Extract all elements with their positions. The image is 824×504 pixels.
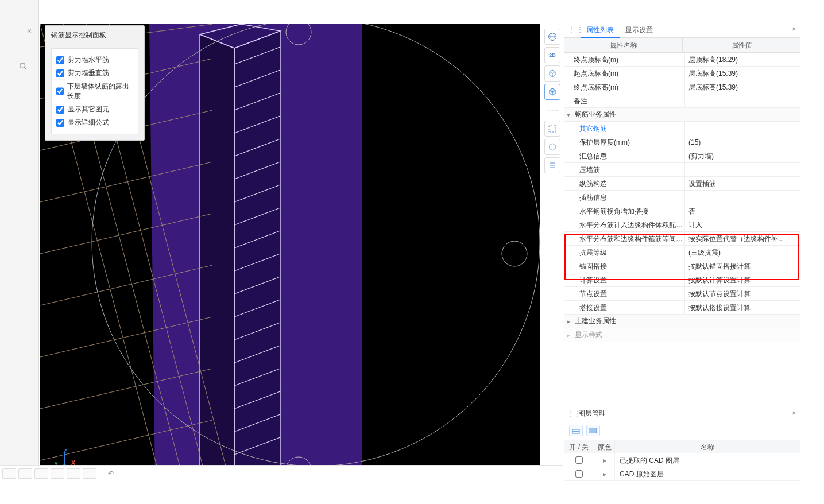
- selection-box-icon[interactable]: [544, 121, 560, 137]
- layer-checkbox[interactable]: [575, 456, 583, 464]
- layer-panel: ⋮⋮ 图层管理 × 开 / 关 颜色 名称 ▸ 已提取的 CAD 图层 ▸ CA…: [564, 406, 800, 481]
- svg-line-1: [25, 68, 27, 70]
- tab-display-settings[interactable]: 显示设置: [620, 22, 659, 38]
- layer-row[interactable]: ▸ CAD 原始图层: [564, 467, 800, 481]
- checkbox-label: 剪力墙垂直筋: [68, 68, 109, 78]
- property-table-header: 属性名称 属性值: [564, 38, 800, 53]
- close-icon[interactable]: ×: [792, 409, 796, 417]
- prop-row: 起点底标高(m)层底标高(15.39): [564, 67, 800, 80]
- checkbox-show-detailed-formula[interactable]: [56, 119, 64, 127]
- check-row[interactable]: 剪力墙水平筋: [56, 53, 133, 67]
- prop-group-rebar[interactable]: ▾钢筋业务属性: [564, 108, 800, 122]
- svg-marker-5: [200, 34, 234, 481]
- svg-rect-55: [590, 431, 597, 433]
- prop-row: 压墙筋: [564, 163, 800, 177]
- checkbox-label: 显示详细公式: [68, 118, 109, 127]
- prop-row: 水平钢筋拐角增加搭接否: [564, 204, 800, 218]
- layer-header-color: 颜色: [594, 440, 615, 453]
- prop-row: 锚固搭接按默认锚固搭接计算: [564, 259, 800, 273]
- checkbox-show-other-elements[interactable]: [56, 106, 64, 114]
- check-row[interactable]: 显示其它图元: [56, 103, 133, 116]
- prop-row: 搭接设置按默认搭接设置计算: [564, 301, 800, 315]
- prop-row: 纵筋构造设置插筋: [564, 177, 800, 191]
- bottom-tool-5[interactable]: [67, 468, 80, 479]
- layer-expand-icon[interactable]: ▸: [594, 467, 615, 480]
- layer-panel-title: 图层管理: [578, 409, 606, 418]
- svg-point-0: [20, 63, 25, 68]
- undo-arrow-icon[interactable]: ↶: [108, 470, 114, 478]
- search-icon[interactable]: [19, 62, 27, 72]
- prop-group-display-style[interactable]: ▸显示样式: [564, 328, 800, 342]
- svg-point-39: [502, 241, 527, 266]
- tab-properties[interactable]: 属性列表: [581, 22, 620, 38]
- prop-row: 水平分布筋计入边缘构件体积配箍率计入: [564, 218, 800, 232]
- check-row[interactable]: 剪力墙垂直筋: [56, 67, 133, 80]
- bottom-tool-3[interactable]: [34, 468, 48, 479]
- checkbox-lower-wall-exposed[interactable]: [56, 87, 64, 95]
- prop-row: 抗震等级(三级抗震): [564, 246, 800, 259]
- view-toolbar: 2D: [543, 26, 562, 176]
- prop-row: 汇总信息(剪力墙): [564, 149, 800, 163]
- cube-solid-icon[interactable]: [544, 84, 560, 100]
- close-icon[interactable]: ×: [792, 25, 796, 33]
- prop-row: 终点底标高(m)层底标高(15.39): [564, 80, 800, 94]
- bottom-tool-2[interactable]: [18, 468, 32, 479]
- layer-expand-icon[interactable]: ▸: [594, 453, 615, 467]
- checkbox-label: 显示其它图元: [68, 104, 109, 114]
- grip-icon[interactable]: ⋮⋮: [567, 410, 581, 418]
- cube-iso-icon[interactable]: [544, 139, 560, 155]
- property-table-body[interactable]: 终点顶标高(m)层顶标高(18.29) 起点底标高(m)层底标高(15.39) …: [564, 53, 800, 406]
- 2d-view-icon[interactable]: 2D: [544, 47, 560, 63]
- svg-rect-48: [549, 125, 556, 132]
- layer-panel-title-bar: ⋮⋮ 图层管理 ×: [564, 406, 800, 421]
- prop-row: 备注: [564, 94, 800, 108]
- svg-rect-54: [590, 428, 597, 430]
- layer-tool-2[interactable]: [586, 425, 600, 436]
- header-property-name: 属性名称: [564, 38, 683, 52]
- layer-header-onoff: 开 / 关: [564, 440, 594, 453]
- checkbox-label: 下层墙体纵筋的露出长度: [67, 82, 133, 101]
- prop-row: 插筋信息: [564, 191, 800, 204]
- bottom-tool-6[interactable]: [83, 468, 96, 479]
- bottom-toolbar: ↶: [0, 465, 563, 481]
- bottom-tool-1[interactable]: [2, 468, 16, 479]
- check-row[interactable]: 下层墙体纵筋的露出长度: [56, 80, 133, 103]
- layer-toolbar: [564, 421, 800, 440]
- grip-icon[interactable]: ⋮⋮: [568, 25, 584, 34]
- rebar-display-control-panel[interactable]: 钢筋显示控制面板 剪力墙水平筋 剪力墙垂直筋 下层墙体纵筋的露出长度 显示其它图…: [45, 25, 145, 141]
- list-icon[interactable]: [544, 157, 560, 173]
- globe-icon[interactable]: [544, 29, 560, 45]
- svg-rect-52: [572, 429, 579, 431]
- svg-rect-53: [572, 432, 579, 433]
- prop-row: 节点设置按默认节点设置计算: [564, 287, 800, 301]
- layer-tool-1[interactable]: [569, 425, 583, 436]
- dotted-line-icon[interactable]: [544, 102, 560, 118]
- bottom-tool-4[interactable]: [51, 468, 64, 479]
- prop-row: 计算设置按默认计算设置计算: [564, 273, 800, 287]
- property-tabs: ⋮⋮ 属性列表 显示设置 ×: [564, 22, 800, 38]
- layer-header-name: 名称: [615, 440, 800, 453]
- prop-row: 保护层厚度(mm)(15): [564, 135, 800, 149]
- layer-table-header: 开 / 关 颜色 名称: [564, 440, 800, 453]
- prop-row: 水平分布筋和边缘构件箍筋等间距时按实际位置代替（边缘构件补...: [564, 232, 800, 246]
- checkbox-shear-wall-vertical[interactable]: [56, 69, 64, 77]
- prop-row: 其它钢筋: [564, 122, 800, 135]
- close-icon[interactable]: ×: [27, 26, 32, 36]
- layer-checkbox[interactable]: [575, 470, 583, 478]
- control-panel-title: 钢筋显示控制面板: [45, 26, 144, 45]
- checkbox-shear-wall-horizontal[interactable]: [56, 56, 64, 64]
- checkbox-label: 剪力墙水平筋: [68, 55, 109, 65]
- layer-name: CAD 原始图层: [615, 467, 800, 480]
- cube-wireframe-icon[interactable]: [544, 65, 560, 82]
- layer-name: 已提取的 CAD 图层: [615, 453, 800, 467]
- prop-row: 终点顶标高(m)层顶标高(18.29): [564, 53, 800, 67]
- right-panel: ⋮⋮ 属性列表 显示设置 × 属性名称 属性值 终点顶标高(m)层顶标高(18.…: [564, 22, 800, 481]
- check-row[interactable]: 显示详细公式: [56, 116, 133, 129]
- layer-row[interactable]: ▸ 已提取的 CAD 图层: [564, 453, 800, 467]
- header-property-value: 属性值: [683, 38, 800, 52]
- left-sidebar: ×: [0, 0, 39, 481]
- prop-group-construction[interactable]: ▸土建业务属性: [564, 315, 800, 328]
